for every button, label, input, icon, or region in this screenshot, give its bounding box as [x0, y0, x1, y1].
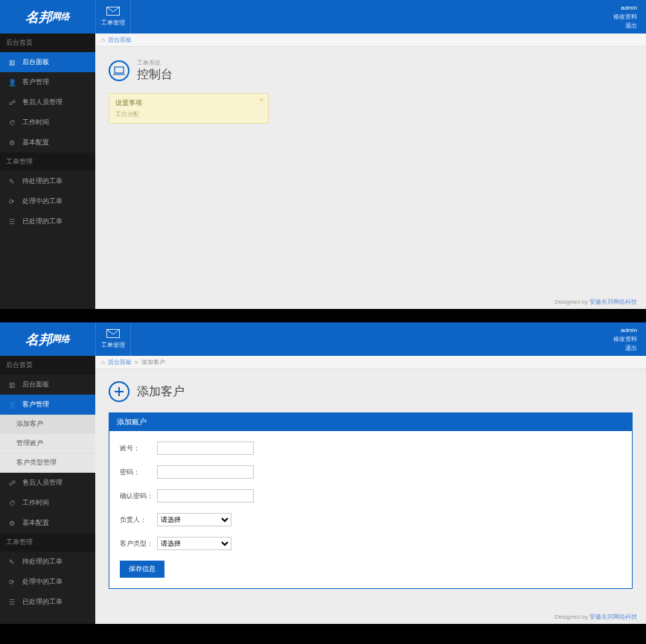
sidebar-item-staff[interactable]: ☍售后人员管理 [0, 92, 95, 112]
main: ⌂ 后台面板 工单系统 控制台 设置事项 工位分配 × [95, 34, 646, 309]
gear-icon: ⚙ [7, 139, 16, 147]
page-title: 控制台 [137, 67, 173, 83]
user-icon: 👤 [7, 401, 16, 409]
sidebar-item-settings[interactable]: ⚙基本配置 [0, 513, 95, 533]
dashboard-icon: ▥ [7, 381, 16, 389]
footer-link[interactable]: 安徽名邦网络科技 [589, 613, 637, 620]
pencil-icon: ✎ [7, 178, 16, 185]
logout-link[interactable]: 退出 [625, 344, 637, 353]
header: 名邦网络 工单管理 admin 修改资料 退出 [0, 0, 646, 34]
submenu-add-customer[interactable]: 添加客户 [0, 415, 95, 434]
list-icon: ☰ [7, 599, 16, 606]
alert-heading: 设置事项 [115, 98, 262, 108]
sidebar-group-tickets: 工单管理 [0, 153, 95, 171]
logo[interactable]: 名邦网络 [0, 0, 95, 34]
sidebar-group-tickets: 工单管理 [0, 533, 95, 552]
sidebar: 后台首页 ▥后台面板 👤客户管理 添加客户 管理账户 客户类型管理 ☍售后人员管… [0, 356, 95, 624]
footer: Designed by 安徽名邦网络科技 [554, 298, 637, 306]
sidebar-item-customer[interactable]: 👤客户管理 [0, 395, 95, 415]
user-name: admin [621, 4, 637, 13]
crumb-home[interactable]: 后台面板 [108, 358, 132, 366]
header-ticket-button[interactable]: 工单管理 [95, 322, 131, 356]
clock-icon: ⏱ [7, 500, 16, 507]
screenshot-dashboard: 名邦网络 工单管理 admin 修改资料 退出 后台首页 ▥后台面板 👤客户管理… [0, 0, 646, 309]
panel-header: 添加账户 [109, 413, 632, 431]
sidebar-item-staff[interactable]: ☍售后人员管理 [0, 473, 95, 493]
sidebar-item-pending[interactable]: ✎待处理的工单 [0, 171, 95, 191]
input-confirm-password[interactable] [157, 489, 254, 503]
home-icon: ⌂ [101, 36, 105, 43]
crumb-current: 添加客户 [141, 358, 165, 366]
sidebar-item-done[interactable]: ☰已处理的工单 [0, 592, 95, 612]
header-ticket-button[interactable]: 工单管理 [95, 0, 131, 34]
home-icon: ⌂ [101, 359, 105, 366]
sidebar-item-dashboard[interactable]: ▥后台面板 [0, 374, 95, 395]
label-type: 客户类型： [120, 539, 157, 549]
plus-icon [109, 381, 129, 402]
save-button[interactable]: 保存信息 [120, 561, 164, 578]
user-name: admin [621, 326, 637, 335]
user-icon: 👤 [7, 79, 16, 86]
sidebar-item-pending[interactable]: ✎待处理的工单 [0, 552, 95, 572]
sidebar-item-customer[interactable]: 👤客户管理 [0, 72, 95, 92]
label-owner: 负责人： [120, 515, 157, 525]
envelope-icon [106, 7, 120, 17]
label-password: 密码： [120, 468, 157, 477]
sidebar-item-settings[interactable]: ⚙基本配置 [0, 133, 95, 153]
label-account: 账号： [120, 444, 157, 453]
header-user-area: admin 修改资料 退出 [613, 322, 646, 356]
sidebar-item-done[interactable]: ☰已处理的工单 [0, 211, 95, 232]
sidebar-item-time[interactable]: ⏱工作时间 [0, 112, 95, 133]
sidebar-item-time[interactable]: ⏱工作时间 [0, 493, 95, 513]
gear-icon: ⚙ [7, 520, 16, 527]
select-type[interactable]: 请选择 [157, 537, 231, 550]
sidebar-item-processing[interactable]: ⟳处理中的工单 [0, 191, 95, 211]
alert-body: 工位分配 [115, 110, 262, 118]
edit-profile-link[interactable]: 修改资料 [613, 335, 637, 344]
submenu-customer-type[interactable]: 客户类型管理 [0, 453, 95, 473]
refresh-icon: ⟳ [7, 198, 16, 205]
crumb-home[interactable]: 后台面板 [108, 36, 132, 44]
sidebar-item-dashboard[interactable]: ▥后台面板 [0, 52, 95, 72]
sidebar-group-main: 后台首页 [0, 34, 95, 52]
laptop-icon [109, 60, 129, 81]
refresh-icon: ⟳ [7, 578, 16, 586]
input-account[interactable] [157, 441, 254, 455]
page-title: 添加客户 [137, 384, 185, 400]
alert-box: 设置事项 工位分配 × [109, 93, 269, 124]
footer-link[interactable]: 安徽名邦网络科技 [589, 299, 637, 305]
sidebar: 后台首页 ▥后台面板 👤客户管理 ☍售后人员管理 ⏱工作时间 ⚙基本配置 工单管… [0, 34, 95, 309]
logout-link[interactable]: 退出 [625, 22, 637, 31]
breadcrumb: ⌂ 后台面板 > 添加客户 [95, 356, 646, 369]
main: ⌂ 后台面板 > 添加客户 添加客户 添加账户 [95, 356, 646, 624]
staff-icon: ☍ [7, 99, 16, 106]
footer: Designed by 安徽名邦网络科技 [554, 613, 637, 621]
envelope-icon [106, 329, 120, 339]
page-title-row: 工单系统 控制台 [109, 54, 633, 93]
edit-profile-link[interactable]: 修改资料 [613, 13, 637, 22]
select-owner[interactable]: 请选择 [157, 513, 231, 526]
submenu-manage-account[interactable]: 管理账户 [0, 434, 95, 453]
label-confirm-password: 确认密码： [120, 491, 157, 501]
header-user-area: admin 修改资料 退出 [613, 0, 646, 34]
staff-icon: ☍ [7, 479, 16, 487]
alert-close[interactable]: × [260, 96, 263, 103]
pencil-icon: ✎ [7, 558, 16, 566]
page-subtitle: 工单系统 [137, 59, 173, 67]
form-panel: 添加账户 账号： 密码： 确认密码： [109, 412, 633, 589]
page-title-row: 添加客户 [109, 377, 633, 412]
dashboard-icon: ▥ [7, 59, 16, 66]
breumb: ⌂ 后台面板 [95, 34, 646, 47]
clock-icon: ⏱ [7, 119, 16, 127]
logo[interactable]: 名邦网络 [0, 322, 95, 356]
svg-rect-1 [115, 67, 124, 73]
screenshot-add-customer: 名邦网络 工单管理 admin 修改资料 退出 后台首页 ▥后台面板 👤客户管理… [0, 322, 646, 624]
sidebar-group-main: 后台首页 [0, 356, 95, 374]
header: 名邦网络 工单管理 admin 修改资料 退出 [0, 322, 646, 356]
sidebar-item-processing[interactable]: ⟳处理中的工单 [0, 572, 95, 592]
input-password[interactable] [157, 465, 254, 479]
list-icon: ☰ [7, 218, 16, 226]
